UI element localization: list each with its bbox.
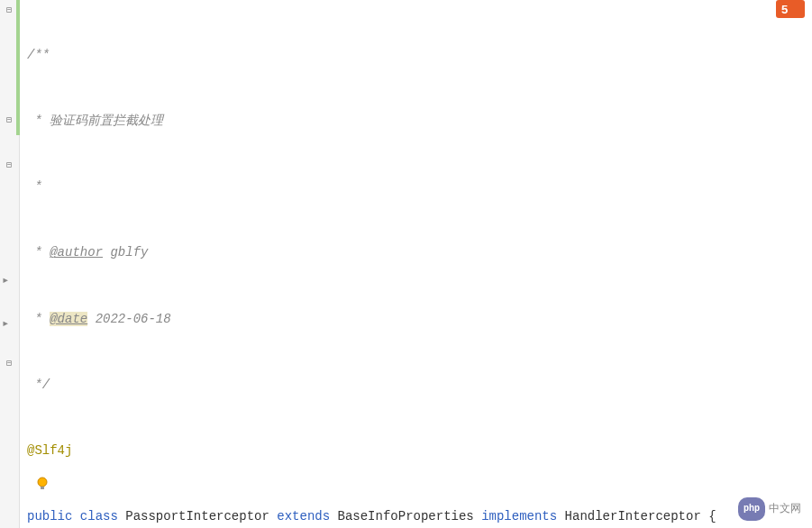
date-tag: @date (50, 312, 87, 326)
doc-open: /** (27, 48, 50, 62)
svg-text:5: 5 (781, 3, 788, 16)
doc-close: */ (27, 378, 50, 392)
watermark: php 中文网 (738, 497, 801, 521)
gutter: ⊟ ⊟ ⊟ ▸ ▸ ⊟ (0, 0, 20, 528)
intention-bulb-icon[interactable] (34, 476, 50, 492)
gutter-arrow: ▸ (2, 269, 16, 284)
gutter-arrow: ▸ (2, 313, 16, 327)
svg-point-0 (38, 478, 47, 487)
doc-desc: * 验证码前置拦截处理 (27, 114, 163, 128)
class-name: PassportInterceptor (125, 509, 269, 523)
fold-icon[interactable]: ⊟ (3, 159, 15, 172)
php-badge: php (738, 497, 765, 521)
fold-icon[interactable]: ⊟ (3, 5, 15, 17)
slf4j-annotation: @Slf4j (27, 443, 72, 458)
fold-icon[interactable]: ⊟ (3, 358, 15, 370)
svg-rect-2 (776, 0, 805, 18)
corner-logo-icon: 5 (776, 0, 812, 29)
code-editor[interactable]: /** * 验证码前置拦截处理 * * @author gblfy * @dat… (20, 0, 812, 528)
doc-blank: * (27, 179, 42, 194)
author-tag: @author (50, 245, 103, 259)
svg-rect-1 (41, 487, 44, 489)
fold-icon[interactable]: ⊟ (3, 114, 15, 127)
watermark-text: 中文网 (769, 498, 801, 520)
